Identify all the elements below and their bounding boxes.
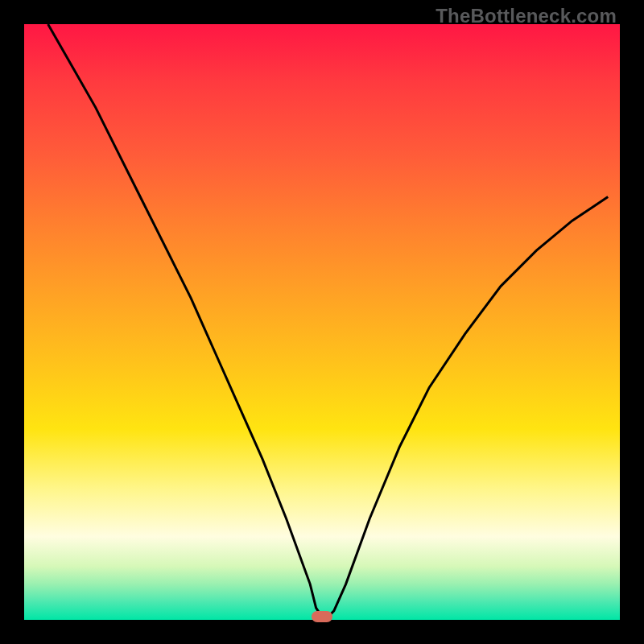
plot-area bbox=[24, 24, 620, 620]
optimum-marker bbox=[312, 611, 332, 622]
chart-frame: TheBottleneck.com bbox=[0, 0, 644, 644]
curve-svg bbox=[24, 24, 620, 620]
bottleneck-curve-path bbox=[48, 24, 609, 617]
